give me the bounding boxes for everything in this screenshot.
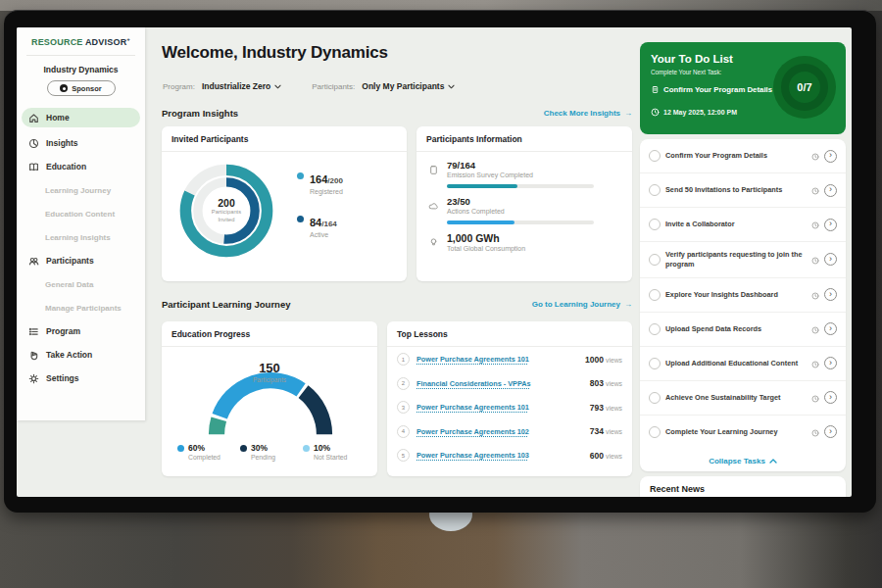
todo-progress-value: 0/7	[781, 64, 828, 111]
sidebar-nav: Home Insights Education Learning Journey…	[17, 108, 145, 390]
cloud-icon	[428, 198, 439, 209]
check-more-insights-link[interactable]: Check More Insights	[544, 109, 632, 118]
task-upload-spend-data[interactable]: Upload Spend Data Records ›	[640, 313, 846, 347]
todo-task-list: Confirm Your Program Details › Send 50 I…	[640, 139, 846, 471]
sidebar-item-manage-participants[interactable]: Manage Participants	[17, 296, 145, 319]
sidebar-item-general-data[interactable]: General Data	[17, 272, 145, 296]
sidebar-item-learning-insights[interactable]: Learning Insights	[17, 225, 145, 249]
chevron-right-icon[interactable]: ›	[824, 253, 837, 266]
task-complete-learning-journey[interactable]: Complete Your Learning Journey ›	[640, 416, 846, 449]
task-checkbox[interactable]	[649, 254, 661, 266]
donut-center-label: Participants Invited	[204, 209, 249, 223]
chevron-right-icon[interactable]: ›	[824, 391, 837, 404]
participants-select[interactable]: Only My Participants	[362, 81, 455, 91]
task-checkbox[interactable]	[649, 323, 661, 335]
sidebar-item-take-action[interactable]: Take Action	[17, 343, 145, 367]
chevron-right-icon[interactable]: ›	[824, 219, 837, 231]
active-dot	[297, 216, 304, 222]
rank-badge: 2	[397, 377, 410, 390]
task-upload-educational-content[interactable]: Upload Additional Educational Content ›	[640, 347, 846, 381]
program-filter-label: Program:	[163, 82, 195, 91]
lesson-link[interactable]: Financial Considerations - VPPAs	[416, 379, 583, 388]
task-checkbox[interactable]	[649, 184, 661, 196]
gear-icon	[28, 373, 39, 384]
monitor-bezel: RESOURCE ADVISOR+ Industry Dynamics Spon…	[4, 10, 876, 513]
logo-secondary: ADVISOR	[85, 37, 126, 47]
rank-badge: 1	[397, 353, 410, 366]
legend-not-started: 10% Not Started	[303, 443, 366, 461]
lesson-row: 4 Power Purchase Agreements 102 734views	[387, 419, 632, 444]
donut-center-value: 200	[218, 197, 235, 209]
sidebar-item-program[interactable]: Program	[17, 319, 145, 343]
sidebar-item-insights[interactable]: Insights	[17, 131, 145, 155]
sidebar-item-learning-journey[interactable]: Learning Journey	[17, 178, 145, 202]
go-to-learning-journey-link[interactable]: Go to Learning Journey	[532, 300, 632, 309]
sidebar-item-participants[interactable]: Participants	[17, 249, 145, 272]
registered-dot	[297, 172, 304, 179]
chevron-right-icon[interactable]: ›	[824, 425, 837, 438]
logo-primary: RESOURCE	[31, 37, 83, 47]
sidebar-item-settings[interactable]: Settings	[17, 367, 145, 390]
people-icon	[28, 256, 39, 267]
divider	[26, 55, 135, 56]
sponsor-badge: Sponsor	[47, 80, 116, 96]
stat-emission-survey: 79/164 Emission Survey Completed	[416, 152, 632, 178]
bulb-icon	[428, 234, 439, 245]
invited-participants-card: Invited Participants 200 Participants In…	[162, 126, 407, 281]
clock-icon	[811, 181, 819, 199]
donut-legend: 164/200 Registered 84/164 Active	[297, 170, 343, 238]
legend-active: 84/164 Active	[297, 213, 343, 238]
card-title: Education Progress	[162, 321, 377, 347]
rank-badge: 5	[397, 449, 410, 462]
clock-icon	[811, 355, 819, 372]
recent-news-title: Recent News	[640, 476, 846, 497]
gauge-center-label: Participants	[162, 376, 377, 383]
card-title: Top Lessons	[387, 321, 632, 347]
task-checkbox[interactable]	[649, 289, 661, 301]
clipboard-icon	[651, 80, 660, 98]
clock-icon	[811, 251, 819, 269]
legend-completed: 60% Completed	[177, 443, 240, 461]
clock-icon	[811, 216, 819, 233]
sponsor-icon	[60, 84, 68, 92]
task-checkbox[interactable]	[649, 426, 661, 438]
chevron-right-icon[interactable]: ›	[824, 288, 837, 301]
task-explore-insights[interactable]: Explore Your Insights Dashboard ›	[640, 278, 846, 313]
org-name: Industry Dynamics	[17, 65, 145, 74]
sidebar-item-education-content[interactable]: Education Content	[17, 202, 145, 225]
task-confirm-program-details[interactable]: Confirm Your Program Details ›	[640, 139, 846, 173]
task-checkbox[interactable]	[649, 358, 661, 369]
sidebar-item-education[interactable]: Education	[17, 155, 145, 178]
chevron-down-icon	[274, 81, 281, 91]
task-checkbox[interactable]	[649, 219, 661, 230]
chevron-right-icon[interactable]: ›	[824, 184, 837, 197]
card-title: Invited Participants	[162, 126, 407, 152]
lesson-row: 1 Power Purchase Agreements 101 1000view…	[387, 347, 632, 371]
pending-dot	[240, 445, 247, 452]
chevron-right-icon[interactable]: ›	[824, 357, 837, 369]
task-achieve-sustainability-target[interactable]: Achieve One Sustainability Target ›	[640, 381, 846, 416]
card-title: Participants Information	[416, 126, 632, 152]
stat-actions-completed: 23/50 Actions Completed	[416, 188, 632, 215]
sponsor-badge-label: Sponsor	[72, 84, 101, 93]
lesson-row: 2 Financial Considerations - VPPAs 803vi…	[387, 371, 632, 396]
page-title: Welcome, Industry Dynamics	[162, 43, 388, 63]
task-verify-participants[interactable]: Verify participants requesting to join t…	[640, 242, 846, 278]
legend-pending: 30% Pending	[240, 443, 303, 461]
lesson-link[interactable]: Power Purchase Agreements 103	[416, 451, 583, 460]
filter-bar: Program: Industrialize Zero Participants…	[163, 81, 455, 91]
chevron-right-icon[interactable]: ›	[824, 150, 837, 163]
lesson-link[interactable]: Power Purchase Agreements 102	[416, 427, 583, 436]
not-started-dot	[303, 445, 310, 452]
task-send-invitations[interactable]: Send 50 Invitations to Participants ›	[640, 173, 846, 208]
sidebar-item-home[interactable]: Home	[22, 108, 140, 127]
collapse-tasks-link[interactable]: Collapse Tasks	[640, 449, 846, 471]
lesson-link[interactable]: Power Purchase Agreements 101	[416, 355, 578, 364]
todo-header-card: Your To Do List Complete Your Next Task:…	[640, 42, 846, 134]
chevron-right-icon[interactable]: ›	[824, 322, 837, 335]
lesson-link[interactable]: Power Purchase Agreements 101	[416, 403, 583, 412]
task-checkbox[interactable]	[649, 392, 661, 404]
task-invite-collaborator[interactable]: Invite a Collaborator ›	[640, 208, 846, 242]
task-checkbox[interactable]	[649, 150, 661, 162]
program-select[interactable]: Industrialize Zero	[202, 81, 281, 91]
